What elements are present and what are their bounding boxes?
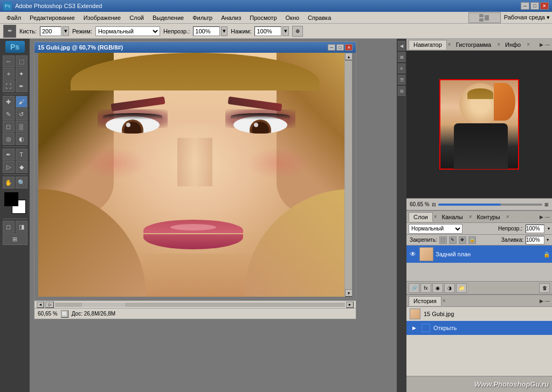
- navigator-zoom-slider[interactable]: [438, 204, 542, 206]
- tab-history-close[interactable]: ×: [443, 298, 446, 304]
- magic-wand-tool-btn[interactable]: ✦: [16, 68, 27, 80]
- panel-nav-btn-5[interactable]: ⊟: [398, 86, 405, 96]
- layers-menu-btn[interactable]: ▶: [540, 214, 543, 220]
- panel-nav-btn-2[interactable]: ⊞: [398, 52, 405, 62]
- minimize-button[interactable]: ─: [521, 2, 529, 10]
- layer-visibility-toggle[interactable]: 👁: [409, 250, 417, 258]
- layer-adjustment-btn[interactable]: ◑: [444, 283, 455, 293]
- marquee-tool-btn[interactable]: ⬚: [16, 55, 27, 67]
- document-hscrollbar[interactable]: ◄ ▷ ►: [34, 300, 356, 308]
- menu-window[interactable]: Окно: [281, 13, 304, 22]
- history-menu-btn[interactable]: ▶: [540, 298, 543, 304]
- zoom-info-btn[interactable]: ⬜: [61, 310, 68, 318]
- history-item-open[interactable]: ▶ Открыть: [406, 321, 552, 335]
- tab-info[interactable]: Инфо: [500, 40, 526, 50]
- menu-edit[interactable]: Редактирование: [25, 13, 79, 22]
- menu-analysis[interactable]: Анализ: [217, 13, 245, 22]
- brush-size-input[interactable]: [40, 26, 61, 36]
- dodge-tool-btn[interactable]: ◐: [16, 133, 27, 145]
- menu-image[interactable]: Изображение: [79, 13, 125, 22]
- lock-all-btn[interactable]: 🔒: [468, 236, 476, 244]
- pressure-input[interactable]: [254, 26, 281, 36]
- layers-opacity-input[interactable]: [526, 225, 544, 233]
- layers-collapse-btn[interactable]: —: [545, 214, 550, 220]
- fill-dropdown-btn[interactable]: ▾: [547, 237, 549, 242]
- hscroll-track[interactable]: [55, 303, 345, 307]
- hscroll-thumb[interactable]: [82, 303, 125, 307]
- panel-nav-btn-1[interactable]: ◀: [398, 41, 405, 51]
- brush-tool-icon[interactable]: ✒: [3, 25, 16, 38]
- zoom-tool-btn[interactable]: 🔍: [16, 177, 27, 188]
- blur-tool-btn[interactable]: ◎: [3, 133, 15, 145]
- opacity-dropdown-btn[interactable]: ▾: [221, 26, 227, 36]
- panel-nav-btn-3[interactable]: ≡: [398, 64, 405, 73]
- layer-link-btn[interactable]: 🔗: [409, 283, 419, 293]
- menu-select[interactable]: Выделение: [148, 13, 188, 22]
- lock-move-btn[interactable]: ✥: [459, 236, 466, 244]
- layer-delete-btn[interactable]: 🗑: [539, 283, 550, 293]
- panel-nav-btn-4[interactable]: ☰: [398, 75, 405, 85]
- blend-mode-dropdown[interactable]: Нормальный: [95, 26, 160, 36]
- maximize-button[interactable]: □: [530, 2, 539, 10]
- tab-paths[interactable]: Контуры: [472, 212, 505, 222]
- hscroll-page-btn[interactable]: ▷: [45, 302, 54, 308]
- gradient-tool-btn[interactable]: ▒: [16, 121, 27, 132]
- lasso-tool-btn[interactable]: ⌖: [3, 68, 15, 80]
- history-collapse-btn[interactable]: —: [545, 298, 550, 304]
- layers-blend-mode[interactable]: Нормальный: [409, 224, 463, 234]
- navigator-collapse-btn[interactable]: —: [545, 42, 550, 47]
- tab-navigator[interactable]: Навигатор: [409, 40, 447, 50]
- history-item-snapshot[interactable]: 15 Gubi.jpg: [406, 307, 552, 321]
- canvas-vscroll[interactable]: ▲ ▼: [344, 53, 352, 297]
- menu-help[interactable]: Справка: [303, 13, 335, 22]
- healing-tool-btn[interactable]: ✚: [3, 96, 15, 108]
- menu-filter[interactable]: Фильтр: [188, 13, 217, 22]
- brush-tool-btn[interactable]: 🖌: [16, 96, 27, 108]
- move-tool-btn[interactable]: ↔: [3, 55, 15, 67]
- doc-minimize-btn[interactable]: ─: [328, 44, 335, 51]
- brush-dropdown-btn[interactable]: ▾: [63, 26, 69, 36]
- menu-layer[interactable]: Слой: [125, 13, 148, 22]
- menu-file[interactable]: Файл: [2, 13, 25, 22]
- quick-mask-btn[interactable]: ◨: [16, 221, 27, 233]
- zoom-max-icon[interactable]: ⊞: [544, 202, 549, 207]
- eyedropper-tool-btn[interactable]: ✒: [16, 80, 27, 92]
- type-tool-btn[interactable]: T: [16, 149, 27, 160]
- standard-mode-btn[interactable]: ◻: [3, 221, 15, 233]
- fill-value-input[interactable]: [526, 236, 544, 244]
- hscroll-right-btn[interactable]: ►: [346, 302, 354, 308]
- document-canvas[interactable]: ▲ ▼: [34, 53, 356, 300]
- pressure-dropdown-btn[interactable]: ▾: [282, 26, 289, 36]
- layer-group-btn[interactable]: 📁: [456, 283, 467, 293]
- screen-mode-btn[interactable]: ⊞: [3, 233, 27, 245]
- vscroll-up-btn[interactable]: ▲: [345, 53, 352, 60]
- foreground-color-swatch[interactable]: [4, 192, 18, 206]
- tab-history[interactable]: История: [409, 296, 441, 306]
- lock-transparent-btn[interactable]: ⬚: [439, 236, 447, 244]
- doc-maximize-btn[interactable]: □: [336, 44, 344, 51]
- tab-layers[interactable]: Слои: [409, 212, 433, 222]
- tab-paths-close[interactable]: ×: [506, 214, 509, 220]
- vscroll-down-btn[interactable]: ▼: [345, 289, 352, 297]
- layers-opacity-dropdown-btn[interactable]: ▾: [548, 226, 550, 231]
- crop-tool-btn[interactable]: ⛶: [3, 80, 15, 92]
- hscroll-left-btn[interactable]: ◄: [37, 302, 44, 308]
- layer-item-background[interactable]: 👁 Задний план 🔒: [406, 246, 552, 263]
- airbrush-icon[interactable]: ⊕: [292, 26, 303, 37]
- path-select-tool-btn[interactable]: ▷: [3, 161, 15, 173]
- eraser-tool-btn[interactable]: ◻: [3, 121, 15, 132]
- vscroll-track[interactable]: [345, 60, 352, 289]
- history-brush-tool-btn[interactable]: ↺: [16, 108, 27, 120]
- tab-histogram[interactable]: Гистограмма: [451, 40, 496, 50]
- menu-view[interactable]: Просмотр: [245, 13, 281, 22]
- doc-close-btn[interactable]: ✕: [345, 44, 353, 51]
- close-button[interactable]: ✕: [540, 2, 549, 10]
- tab-channels[interactable]: Каналы: [437, 212, 468, 222]
- zoom-min-icon[interactable]: ⊟: [432, 202, 436, 207]
- lock-paint-btn[interactable]: ✎: [449, 236, 457, 244]
- layer-effects-btn[interactable]: fx: [420, 283, 431, 293]
- shape-tool-btn[interactable]: ◆: [16, 161, 27, 173]
- opacity-input[interactable]: [193, 26, 220, 36]
- clone-tool-btn[interactable]: ✎: [3, 108, 15, 120]
- navigator-menu-btn[interactable]: ▶: [540, 42, 543, 47]
